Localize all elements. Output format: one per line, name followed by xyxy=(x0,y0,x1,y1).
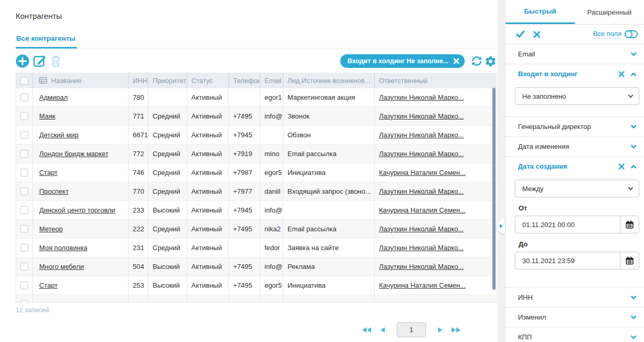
company-name-link[interactable]: Детский мир xyxy=(39,131,78,139)
filter-section-header[interactable]: Входит в холдинг xyxy=(505,64,644,84)
column-header-email[interactable]: Email xyxy=(260,73,283,88)
column-header-name-label: Название xyxy=(51,77,82,85)
active-filter-chip[interactable]: Входит в холдинг Не заполне... xyxy=(340,54,465,68)
column-header-source[interactable]: Лид.Источник возникнов... xyxy=(283,73,375,88)
company-name-link[interactable]: Проспект xyxy=(39,187,68,195)
responsible-link[interactable]: Качурина Наталия Семен... xyxy=(379,281,466,289)
row-checkbox[interactable] xyxy=(20,93,28,101)
date-to-input[interactable]: 30.11.2021 23:59 xyxy=(515,252,639,269)
email-cell: nika2 xyxy=(260,220,283,238)
next-page-button[interactable] xyxy=(438,327,442,333)
row-checkbox[interactable] xyxy=(20,150,28,158)
chevron-down-icon[interactable] xyxy=(630,50,636,56)
date-from-input[interactable]: 01.11.2021 00:00 xyxy=(515,216,639,233)
filter-section-header[interactable]: Дата создания xyxy=(505,157,644,176)
row-checkbox[interactable] xyxy=(20,281,28,289)
column-header-name[interactable]: Название xyxy=(33,73,129,88)
company-name-link[interactable]: Лондон бридж маркет xyxy=(39,150,108,158)
chevron-up-icon[interactable] xyxy=(630,72,636,78)
responsible-link[interactable]: Лазуткин Николай Марко... xyxy=(379,244,464,252)
company-name-link[interactable]: Адмирал xyxy=(39,93,68,101)
date-value[interactable]: 30.11.2021 23:59 xyxy=(515,252,620,269)
last-page-button[interactable] xyxy=(452,327,461,333)
responsible-link[interactable]: Качурина Наталия Семен... xyxy=(379,206,466,214)
add-button[interactable] xyxy=(16,54,29,68)
filter-section-header[interactable]: КПП xyxy=(505,327,644,342)
email-cell: daniil xyxy=(260,182,283,201)
responsible-link[interactable]: Лазуткин Николай Марко... xyxy=(379,263,464,270)
row-checkbox[interactable] xyxy=(20,300,28,303)
responsible-link[interactable]: Качурина Наталия Семен... xyxy=(379,169,466,176)
delete-button[interactable] xyxy=(50,55,62,67)
chevron-down-icon[interactable] xyxy=(630,143,636,148)
company-name-link[interactable]: Много мебели xyxy=(39,263,84,270)
calendar-button[interactable] xyxy=(620,252,639,269)
row-checkbox[interactable] xyxy=(20,187,28,195)
row-checkbox[interactable] xyxy=(20,169,28,176)
first-page-button[interactable] xyxy=(362,327,371,333)
holding-filter-select[interactable]: Не заполнено xyxy=(515,87,639,105)
vertical-scrollbar[interactable] xyxy=(492,88,496,290)
chevron-down-icon[interactable] xyxy=(630,123,636,128)
settings-gear-button[interactable] xyxy=(485,55,497,67)
column-header-priority[interactable]: Приоритет xyxy=(148,73,187,88)
inn-cell: 233 xyxy=(129,201,148,219)
responsible-cell: Лазуткин Николай Марко... xyxy=(375,107,496,125)
all-fields-link[interactable]: Все поля xyxy=(593,30,622,39)
row-checkbox[interactable] xyxy=(20,225,28,233)
filter-section-header[interactable]: Генеральный директор xyxy=(505,117,644,136)
filter-section-header[interactable]: ИНН xyxy=(505,288,644,307)
row-checkbox[interactable] xyxy=(20,112,28,120)
all-fields-toggle[interactable] xyxy=(625,30,638,38)
remove-filter-icon[interactable] xyxy=(618,163,625,170)
filter-items: EmailВходит в холдингНе заполненоГенерал… xyxy=(505,44,644,342)
lead-source-cell: Реклама xyxy=(283,257,375,276)
date-operator-select[interactable]: Между xyxy=(515,180,639,197)
apply-filter-button[interactable] xyxy=(516,30,525,38)
filter-section-header[interactable]: Изменил xyxy=(505,308,644,327)
column-header-responsible[interactable]: Ответственный xyxy=(375,73,496,88)
row-checkbox[interactable] xyxy=(20,206,28,214)
row-checkbox[interactable] xyxy=(20,244,28,252)
responsible-link[interactable]: Лазуткин Николай Марко... xyxy=(379,150,464,158)
responsible-link[interactable]: Лазуткин Николай Марко... xyxy=(379,131,464,139)
page-number-input[interactable] xyxy=(397,322,426,337)
edit-button[interactable] xyxy=(33,54,47,68)
reset-filter-button[interactable] xyxy=(533,31,540,38)
company-name-link[interactable]: Метеор xyxy=(39,225,63,233)
chevron-up-icon[interactable] xyxy=(630,164,636,170)
calendar-button[interactable] xyxy=(620,216,639,233)
company-name-link[interactable]: Старт xyxy=(39,281,58,289)
row-checkbox[interactable] xyxy=(20,263,28,270)
responsible-cell: Качурина Наталия Семен... xyxy=(375,163,496,182)
row-checkbox[interactable] xyxy=(20,131,28,139)
filter-section-header[interactable]: Дата изменения xyxy=(505,137,644,156)
column-header-phone[interactable]: Телефон xyxy=(229,73,260,88)
remove-filter-icon[interactable] xyxy=(618,71,625,77)
company-name-link[interactable]: Маяк xyxy=(39,112,55,120)
tab-advanced-filter[interactable]: Расширенный xyxy=(575,0,644,24)
filter-chip-close-icon[interactable] xyxy=(453,58,459,64)
responsible-link[interactable]: Лазуткин Николай Марко... xyxy=(379,225,464,233)
lead-source-cell: Звонок xyxy=(283,107,375,125)
responsible-link[interactable]: Лазуткин Николай Марко... xyxy=(379,93,464,101)
chevron-down-icon[interactable] xyxy=(630,293,636,299)
name-cell: Моя половинка xyxy=(33,239,129,257)
priority-cell: Высокий xyxy=(148,276,187,294)
filter-section-header[interactable]: Email xyxy=(505,44,644,64)
chevron-down-icon[interactable] xyxy=(630,313,636,319)
column-header-status[interactable]: Статус xyxy=(187,73,229,88)
tab-quick-filter[interactable]: Быстрый xyxy=(505,0,575,24)
refresh-button[interactable] xyxy=(471,55,482,67)
prev-page-button[interactable] xyxy=(381,327,385,333)
responsible-link[interactable]: Лазуткин Николай Марко... xyxy=(379,187,464,195)
company-name-link[interactable]: Моя половинка xyxy=(39,244,87,252)
responsible-link[interactable]: Лазуткин Николай Марко... xyxy=(379,112,464,120)
select-all-checkbox[interactable] xyxy=(20,77,28,85)
date-value[interactable]: 01.11.2021 00:00 xyxy=(515,216,620,233)
company-name-link[interactable]: Динской центр торговли xyxy=(39,206,116,214)
chevron-down-icon[interactable] xyxy=(630,333,636,339)
column-header-inn[interactable]: ИНН xyxy=(129,73,148,88)
tab-all-counterparties[interactable]: Все контрагенты xyxy=(16,34,77,49)
company-name-link[interactable]: Старт xyxy=(39,169,58,176)
